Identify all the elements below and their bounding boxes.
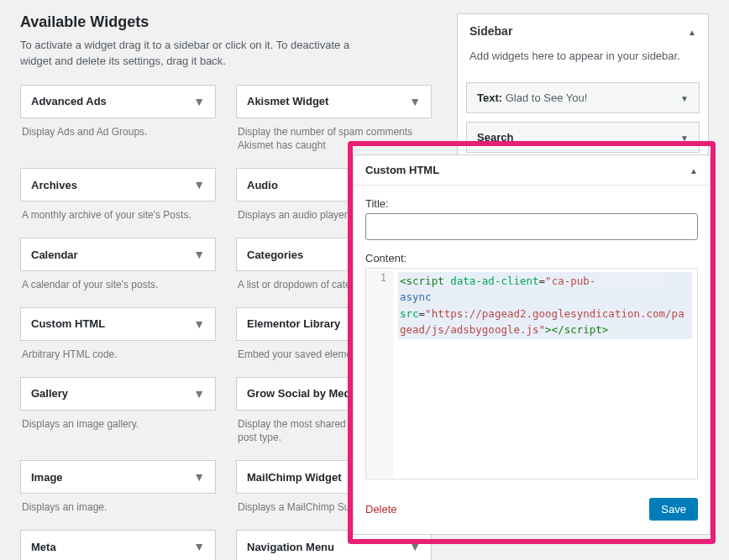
delete-link[interactable]: Delete	[365, 503, 397, 516]
caret-down-icon	[680, 92, 689, 104]
available-widget-label: MailChimp Widget	[247, 471, 342, 484]
sidebar-panel-header[interactable]: Sidebar	[458, 14, 708, 48]
available-widget: Image▼Displays an image.	[20, 460, 216, 525]
caret-down-icon	[680, 131, 689, 144]
code-editor[interactable]: 1 <script data-ad-client="ca-pub- async …	[365, 268, 698, 479]
available-widget: Calendar▼A calendar of your site's posts…	[20, 238, 216, 302]
available-widget-box[interactable]: Gallery▼	[20, 377, 216, 411]
available-widget-desc: Arbitrary HTML code.	[20, 341, 216, 372]
available-widget: Akismet Widget▼Display the number of spa…	[236, 85, 432, 164]
available-widget-label: Elementor Library	[247, 317, 340, 330]
sidebar-widget[interactable]: Text: Glad to See You!	[466, 82, 700, 113]
available-widget-box[interactable]: Akismet Widget▼	[236, 85, 432, 118]
available-widget-label: Navigation Menu	[247, 541, 334, 553]
available-widget: Meta▼Login, RSS, & WordPress.org links.	[20, 530, 216, 560]
caret-up-icon	[690, 164, 698, 176]
caret-down-icon: ▼	[193, 95, 205, 108]
available-widget-box[interactable]: Archives▼	[20, 168, 216, 201]
caret-down-icon: ▼	[193, 317, 205, 331]
available-widget-label: Audio	[247, 179, 278, 191]
redacted-text	[595, 275, 665, 287]
title-input[interactable]	[365, 213, 698, 240]
available-widget-desc: A monthly archive of your site's Posts.	[20, 201, 216, 233]
available-widget-desc: Displays an image.	[20, 494, 216, 525]
caret-down-icon: ▼	[193, 248, 205, 261]
caret-down-icon: ▼	[409, 540, 421, 553]
available-widget-label: Archives	[31, 179, 77, 191]
available-widget: Gallery▼Displays an image gallery.	[20, 377, 216, 456]
available-widget-label: Gallery	[31, 387, 68, 400]
available-widget-label: Categories	[247, 249, 303, 261]
available-widget-label: Meta	[31, 541, 56, 553]
available-widget-label: Calendar	[31, 249, 78, 261]
available-widget: Archives▼A monthly archive of your site'…	[20, 168, 216, 233]
available-widget: Advanced Ads▼Display Ads and Ad Groups.	[20, 85, 216, 164]
custom-html-editor-heading: Custom HTML	[365, 164, 439, 176]
sidebar-panel-title: Sidebar	[469, 24, 512, 38]
sidebar-panel: Sidebar Add widgets here to appear in yo…	[457, 13, 709, 164]
caret-down-icon: ▼	[193, 178, 205, 191]
code-gutter: 1	[366, 270, 393, 477]
content-field-label: Content:	[365, 252, 698, 264]
available-widget-label: Custom HTML	[31, 317, 105, 330]
sidebar-widget-title: Search	[477, 131, 513, 144]
caret-down-icon: ▼	[193, 540, 205, 553]
code-content[interactable]: <script data-ad-client="ca-pub- async sr…	[393, 270, 697, 477]
available-widgets-subtitle: To activate a widget drag it to a sideba…	[20, 38, 373, 70]
custom-html-editor-header[interactable]: Custom HTML	[354, 155, 710, 186]
sidebar-panel-hint: Add widgets here to appear in your sideb…	[458, 48, 708, 74]
available-widget-desc: Displays an image gallery.	[20, 411, 216, 442]
available-widgets-title: Available Widgets	[20, 13, 432, 31]
sidebar-widget-title: Text: Glad to See You!	[477, 92, 587, 104]
custom-html-editor-panel: Custom HTML Title: Content: 1 <script da…	[353, 154, 711, 535]
save-button[interactable]: Save	[649, 498, 698, 521]
available-widget: Custom HTML▼Arbitrary HTML code.	[20, 307, 216, 372]
available-widget-desc: Display Ads and Ad Groups.	[20, 118, 216, 149]
available-widget-box[interactable]: Calendar▼	[20, 238, 216, 271]
available-widget-box[interactable]: Advanced Ads▼	[20, 85, 216, 118]
available-widget-label: Akismet Widget	[247, 95, 328, 107]
available-widget-desc: A calendar of your site's posts.	[20, 271, 216, 302]
available-widget-label: Advanced Ads	[31, 95, 107, 107]
available-widget-box[interactable]: Custom HTML▼	[20, 307, 216, 341]
caret-up-icon	[688, 24, 696, 38]
available-widget-box[interactable]: Image▼	[20, 460, 216, 494]
caret-down-icon: ▼	[409, 95, 421, 108]
caret-down-icon: ▼	[193, 387, 205, 400]
sidebar-widget[interactable]: Search	[466, 122, 700, 153]
available-widget-box[interactable]: Meta▼	[20, 530, 216, 560]
available-widget-label: Image	[31, 471, 63, 484]
title-field-label: Title:	[365, 197, 698, 210]
caret-down-icon: ▼	[193, 470, 205, 484]
